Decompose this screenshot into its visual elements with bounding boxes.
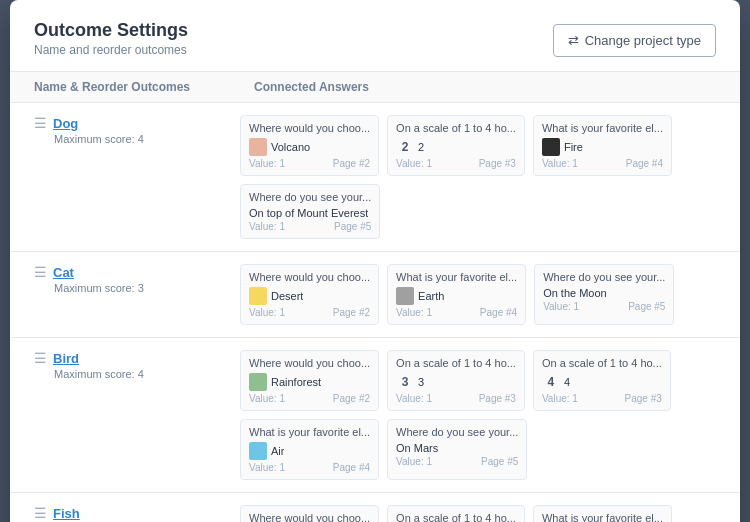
answer-value-text: On Mars (396, 442, 438, 454)
answer-value-text: 3 (418, 376, 424, 388)
answer-meta: Value: 1Page #2 (249, 158, 370, 169)
answer-card: What is your favorite el...EarthValue: 1… (387, 264, 526, 325)
drag-handle-icon[interactable]: ☰ (34, 264, 47, 280)
answer-meta: Value: 1Page #3 (396, 393, 516, 404)
answer-thumbnail (249, 373, 267, 391)
drag-handle-icon[interactable]: ☰ (34, 350, 47, 366)
answer-meta: Value: 1Page #5 (543, 301, 665, 312)
answer-thumbnail (249, 287, 267, 305)
answer-meta: Value: 1Page #4 (542, 158, 663, 169)
answer-content: Fire (542, 138, 663, 156)
answer-question: Where would you choo... (249, 122, 370, 134)
table-row: ☰FishMaximum score: 4Where would you cho… (10, 493, 740, 522)
answer-card: On a scale of 1 to 4 ho...44Value: 1Page… (533, 350, 671, 411)
answer-question: Where do you see your... (396, 426, 518, 438)
answer-meta: Value: 1Page #2 (249, 307, 370, 318)
drag-handle-icon[interactable]: ☰ (34, 115, 47, 131)
answer-card: On a scale of 1 to 4 ho...22Value: 1Page… (387, 115, 525, 176)
answer-content: Rainforest (249, 373, 370, 391)
answer-card: What is your favorite el...WaterValue: 1… (533, 505, 672, 522)
answer-content: Desert (249, 287, 370, 305)
outcome-name-link[interactable]: Dog (53, 116, 78, 131)
col-header-name: Name & Reorder Outcomes (34, 80, 254, 94)
answer-value-text: Earth (418, 290, 444, 302)
answer-value-text: Desert (271, 290, 303, 302)
answer-question: What is your favorite el... (396, 271, 517, 283)
answer-value-text: On the Moon (543, 287, 607, 299)
change-project-label: Change project type (585, 33, 701, 48)
answer-page-label: Page #4 (480, 307, 517, 318)
answer-thumbnail: 3 (396, 373, 414, 391)
outcome-name-link[interactable]: Cat (53, 265, 74, 280)
answer-value-label: Value: 1 (396, 456, 432, 467)
answer-value-text: On top of Mount Everest (249, 207, 368, 219)
table-row: ☰CatMaximum score: 3Where would you choo… (10, 252, 740, 338)
answer-value-text: Fire (564, 141, 583, 153)
answer-content: 22 (396, 138, 516, 156)
outcome-left-0: ☰DogMaximum score: 4 (34, 115, 224, 145)
table-row: ☰BirdMaximum score: 4Where would you cho… (10, 338, 740, 493)
answer-question: What is your favorite el... (542, 122, 663, 134)
answer-card: What is your favorite el...AirValue: 1Pa… (240, 419, 379, 480)
answer-card: Where would you choo...VolcanoValue: 1Pa… (240, 115, 379, 176)
answer-page-label: Page #3 (625, 393, 662, 404)
answer-value-label: Value: 1 (542, 393, 578, 404)
answer-value-label: Value: 1 (396, 393, 432, 404)
answer-value-label: Value: 1 (396, 307, 432, 318)
answer-card: Where do you see your...On the MoonValue… (534, 264, 674, 325)
answer-page-label: Page #5 (481, 456, 518, 467)
answer-card: On a scale of 1 to 4 ho...11Value: 1Page… (387, 505, 525, 522)
answer-card: Where do you see your...On top of Mount … (240, 184, 380, 239)
answer-question: Where do you see your... (543, 271, 665, 283)
answer-meta: Value: 1Page #4 (396, 307, 517, 318)
answer-question: Where would you choo... (249, 271, 370, 283)
outcome-name-row: ☰Bird (34, 350, 224, 366)
answer-question: On a scale of 1 to 4 ho... (396, 512, 516, 522)
outcome-name-link[interactable]: Fish (53, 506, 80, 521)
answer-question: On a scale of 1 to 4 ho... (396, 122, 516, 134)
answer-card: Where would you choo...RainforestValue: … (240, 350, 379, 411)
answer-page-label: Page #2 (333, 307, 370, 318)
answer-content: Air (249, 442, 370, 460)
answer-thumbnail (249, 442, 267, 460)
answer-question: What is your favorite el... (542, 512, 663, 522)
answer-page-label: Page #5 (334, 221, 371, 232)
answer-content: On the Moon (543, 287, 665, 299)
outcome-name-link[interactable]: Bird (53, 351, 79, 366)
answer-value-label: Value: 1 (249, 158, 285, 169)
answer-content: 44 (542, 373, 662, 391)
answer-value-text: Volcano (271, 141, 310, 153)
col-header-answers: Connected Answers (254, 80, 716, 94)
answer-thumbnail (396, 287, 414, 305)
switch-icon: ⇄ (568, 33, 579, 48)
answer-question: On a scale of 1 to 4 ho... (396, 357, 516, 369)
table-header: Name & Reorder Outcomes Connected Answer… (10, 72, 740, 103)
outcome-max-score: Maximum score: 3 (54, 282, 224, 294)
answer-page-label: Page #4 (626, 158, 663, 169)
modal-title: Outcome Settings (34, 20, 188, 41)
answer-page-label: Page #2 (333, 393, 370, 404)
outcome-settings-modal: Outcome Settings Name and reorder outcom… (10, 0, 740, 522)
answer-content: Earth (396, 287, 517, 305)
outcome-name-row: ☰Dog (34, 115, 224, 131)
table-row: ☰DogMaximum score: 4Where would you choo… (10, 103, 740, 252)
answer-value-label: Value: 1 (249, 221, 285, 232)
header-text: Outcome Settings Name and reorder outcom… (34, 20, 188, 57)
answer-value-text: 4 (564, 376, 570, 388)
modal-subtitle: Name and reorder outcomes (34, 43, 188, 57)
answer-page-label: Page #2 (333, 158, 370, 169)
change-project-button[interactable]: ⇄ Change project type (553, 24, 716, 57)
answer-card: Where would you choo...ReefValue: 1Page … (240, 505, 379, 522)
answer-value-text: 2 (418, 141, 424, 153)
answer-content: Volcano (249, 138, 370, 156)
drag-handle-icon[interactable]: ☰ (34, 505, 47, 521)
answer-value-label: Value: 1 (249, 462, 285, 473)
outcome-max-score: Maximum score: 4 (54, 133, 224, 145)
answer-page-label: Page #5 (628, 301, 665, 312)
answer-value-text: Rainforest (271, 376, 321, 388)
connected-answers-grid: Where would you choo...DesertValue: 1Pag… (240, 264, 716, 325)
answer-thumbnail: 4 (542, 373, 560, 391)
answer-page-label: Page #3 (479, 158, 516, 169)
answer-value-text: Air (271, 445, 284, 457)
answer-meta: Value: 1Page #2 (249, 393, 370, 404)
